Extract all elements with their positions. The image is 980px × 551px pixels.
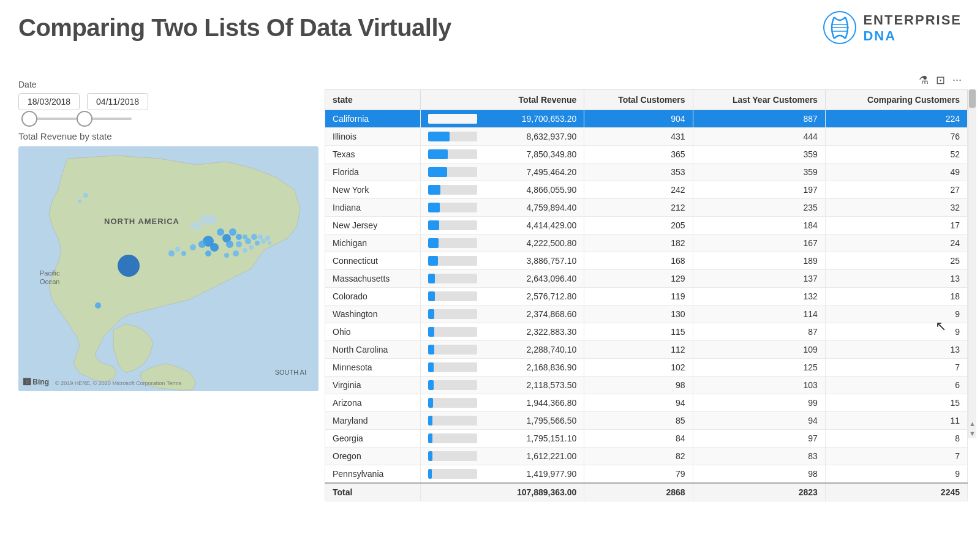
cell-state: Connecticut: [325, 252, 421, 270]
table-row[interactable]: Indiana4,759,894.4021223532: [325, 199, 968, 217]
cell-revenue: 4,866,055.90: [421, 181, 584, 199]
table-row[interactable]: Oregon1,612,221.0082837: [325, 448, 968, 465]
left-panel: Date 18/03/2018 04/11/2018 Total Revenue…: [18, 80, 318, 391]
cell-comparing: 6: [825, 377, 967, 394]
slider-thumb-right[interactable]: [77, 111, 92, 127]
col-header-revenue[interactable]: Total Revenue: [421, 90, 584, 110]
cell-last-year: 197: [693, 181, 825, 199]
table-row[interactable]: Ohio2,322,883.30115879: [325, 323, 968, 341]
table-row[interactable]: Virginia2,118,573.50981036: [325, 377, 968, 394]
cell-total-customers: 115: [584, 323, 693, 341]
svg-point-34: [233, 250, 239, 257]
svg-point-33: [78, 200, 81, 203]
filter-icon[interactable]: ⚗: [919, 73, 929, 87]
map-svg: [18, 146, 318, 391]
table-row[interactable]: Florida7,495,464.2035335949: [325, 163, 968, 181]
cell-revenue: 19,700,653.20: [421, 110, 584, 128]
cell-comparing: 17: [825, 217, 967, 234]
date-end[interactable]: 04/11/2018: [87, 93, 148, 110]
cell-last-year: 189: [693, 252, 825, 270]
cell-last-year: 167: [693, 234, 825, 252]
cell-state: Georgia: [325, 430, 421, 448]
table-wrapper: state Total Revenue Total Customers Last…: [325, 89, 968, 501]
svg-point-7: [118, 255, 140, 277]
scrollbar-arrow-down[interactable]: ▼: [969, 430, 976, 437]
slider-area: [18, 118, 318, 120]
cell-total-customers: 85: [584, 412, 693, 430]
cell-total-customers: 129: [584, 270, 693, 288]
svg-point-32: [83, 193, 88, 198]
cell-comparing: 7: [825, 359, 967, 377]
cell-last-year: 103: [693, 377, 825, 394]
col-header-comparing[interactable]: Comparing Customers: [825, 90, 967, 110]
table-row[interactable]: Minnesota2,168,836.901021257: [325, 359, 968, 377]
cell-revenue: 7,850,349.80: [421, 146, 584, 163]
table-row[interactable]: Washington2,374,868.601301149: [325, 305, 968, 323]
cell-comparing: 13: [825, 270, 967, 288]
cell-comparing: 9: [825, 323, 967, 341]
logo-dna: DNA: [863, 28, 962, 44]
slider-thumb-left[interactable]: [21, 111, 37, 127]
cell-last-year: 83: [693, 448, 825, 465]
table-row[interactable]: Texas7,850,349.8036535952: [325, 146, 968, 163]
table-row[interactable]: Maryland1,795,566.50859411: [325, 412, 968, 430]
cell-revenue: 2,576,712.80: [421, 288, 584, 305]
table-row[interactable]: Massachusetts2,643,096.4012913713: [325, 270, 968, 288]
table-row[interactable]: Georgia1,795,151.1084978: [325, 430, 968, 448]
svg-point-18: [251, 234, 257, 240]
cell-last-year: 97: [693, 430, 825, 448]
table-row[interactable]: New Jersey4,414,429.0020518417: [325, 217, 968, 234]
table-row[interactable]: California19,700,653.20904887224: [325, 110, 968, 128]
more-icon[interactable]: ···: [952, 73, 962, 87]
cell-comparing: 27: [825, 181, 967, 199]
svg-point-15: [236, 241, 242, 247]
page-title: Comparing Two Lists Of Data Virtually: [18, 14, 451, 42]
cell-revenue: 1,612,221.00: [421, 448, 584, 465]
date-slider-track[interactable]: [21, 118, 132, 120]
col-header-last-year[interactable]: Last Year Customers: [693, 90, 825, 110]
date-start[interactable]: 18/03/2018: [18, 93, 80, 110]
map-label-pacific: PacificOcean: [40, 269, 59, 287]
scrollbar-arrow-up[interactable]: ▲: [969, 420, 976, 427]
cell-revenue: 2,322,883.30: [421, 323, 584, 341]
expand-icon[interactable]: ⊡: [936, 73, 945, 87]
cell-comparing: 7: [825, 448, 967, 465]
cell-total-customers: 112: [584, 341, 693, 359]
svg-point-36: [243, 248, 247, 253]
cell-comparing: 13: [825, 341, 967, 359]
cell-total-customers: 98: [584, 377, 693, 394]
scrollbar-thumb[interactable]: [969, 89, 976, 108]
total-label: Total: [325, 483, 421, 501]
table-row[interactable]: Michigan4,222,500.8018216724: [325, 234, 968, 252]
svg-point-6: [190, 222, 202, 230]
date-filter-label: Date: [18, 80, 318, 89]
right-panel: ⚗ ⊡ ··· state Total Revenue Total Custom…: [325, 73, 968, 501]
cell-total-customers: 431: [584, 128, 693, 146]
cell-last-year: 99: [693, 394, 825, 412]
cell-state: Pennsylvania: [325, 465, 421, 484]
cell-total-customers: 130: [584, 305, 693, 323]
cell-revenue: 4,759,894.40: [421, 199, 584, 217]
table-row[interactable]: Pennsylvania1,419,977.9079989: [325, 465, 968, 484]
svg-point-26: [190, 244, 196, 250]
cell-state: New York: [325, 181, 421, 199]
cell-revenue: 4,222,500.80: [421, 234, 584, 252]
table-row[interactable]: Arizona1,944,366.80949915: [325, 394, 968, 412]
table-row[interactable]: New York4,866,055.9024219727: [325, 181, 968, 199]
col-header-total-customers[interactable]: Total Customers: [584, 90, 693, 110]
table-row[interactable]: North Carolina2,288,740.1011210913: [325, 341, 968, 359]
total-revenue: 107,889,363.00: [421, 483, 584, 501]
table-row[interactable]: Connecticut3,886,757.1016818925: [325, 252, 968, 270]
table-row[interactable]: Illinois8,632,937.9043144476: [325, 128, 968, 146]
cell-total-customers: 84: [584, 430, 693, 448]
cell-revenue: 8,632,937.90: [421, 128, 584, 146]
table-row[interactable]: Colorado2,576,712.8011913218: [325, 288, 968, 305]
cell-state: California: [325, 110, 421, 128]
cell-state: Washington: [325, 305, 421, 323]
scrollbar[interactable]: ▲ ▼: [968, 89, 976, 438]
cell-comparing: 224: [825, 110, 967, 128]
cell-total-customers: 102: [584, 359, 693, 377]
map-credit: © 2019 HERE, © 2020 Microsoft Corporatio…: [55, 380, 181, 386]
cell-state: North Carolina: [325, 341, 421, 359]
col-header-state[interactable]: state: [325, 90, 421, 110]
